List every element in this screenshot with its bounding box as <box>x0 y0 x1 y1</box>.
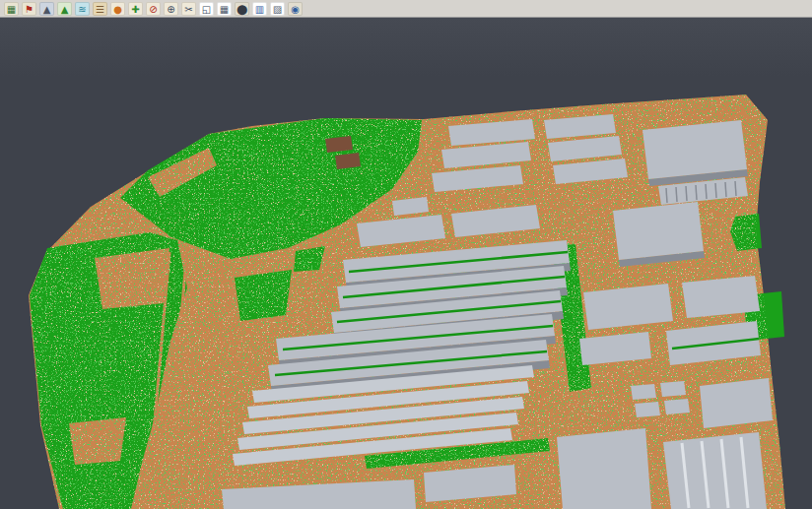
roof-tick-pattern-line <box>725 182 726 197</box>
roof-tick-pattern-line <box>715 183 716 198</box>
toolbar: ▦⚑▲▲≋☰●✚⊘⊕✂◱▦⬤▥▨◉ <box>0 0 812 18</box>
buildings-shape <box>613 202 704 260</box>
roof-tick-pattern-line <box>676 187 677 202</box>
disable-class-icon[interactable]: ⊘ <box>146 2 161 16</box>
flag-marker-icon[interactable]: ⚑ <box>22 2 36 16</box>
dark-structures-shape <box>325 136 353 153</box>
roof-tick-pattern-line <box>735 181 736 196</box>
window-view-icon[interactable]: ◱ <box>199 2 214 16</box>
buildings-shape <box>663 432 767 509</box>
dark-structures-shape <box>335 153 361 169</box>
pointcloud-render <box>0 18 812 509</box>
buildings-shape <box>700 378 773 428</box>
dark-sphere-icon[interactable]: ⬤ <box>235 2 249 16</box>
add-class-icon[interactable]: ✚ <box>128 2 143 16</box>
histogram-icon[interactable]: ▥ <box>252 2 267 16</box>
info-circle-icon[interactable]: ◉ <box>288 2 303 16</box>
target-center-icon[interactable]: ⊕ <box>164 2 178 16</box>
roof-tick-pattern-line <box>666 188 667 203</box>
buildings-shape <box>631 384 656 400</box>
roof-tick-pattern-line <box>696 185 697 200</box>
hatch-pattern-icon[interactable]: ▨ <box>270 2 285 16</box>
grid-table-icon[interactable]: ▦ <box>217 2 232 16</box>
water-waves-icon[interactable]: ≋ <box>75 2 90 16</box>
buildings-shape <box>557 428 651 509</box>
open-grid-icon[interactable]: ▦ <box>4 2 19 16</box>
buildings-shape <box>635 402 660 417</box>
clip-scissors-icon[interactable]: ✂ <box>181 2 196 16</box>
terrain-green-icon[interactable]: ▲ <box>57 2 72 16</box>
roof-tick-pattern-line <box>686 186 687 201</box>
mountain-tin-icon[interactable]: ▲ <box>39 2 54 16</box>
buildings-shape <box>664 399 690 414</box>
layers-icon[interactable]: ☰ <box>93 2 107 16</box>
buildings-shape <box>643 120 747 179</box>
orange-point-icon[interactable]: ● <box>110 2 125 16</box>
roof-tick-pattern-line <box>706 184 707 199</box>
buildings-shape <box>660 381 686 397</box>
buildings-shape <box>682 276 760 318</box>
viewport-3d[interactable] <box>0 18 812 509</box>
